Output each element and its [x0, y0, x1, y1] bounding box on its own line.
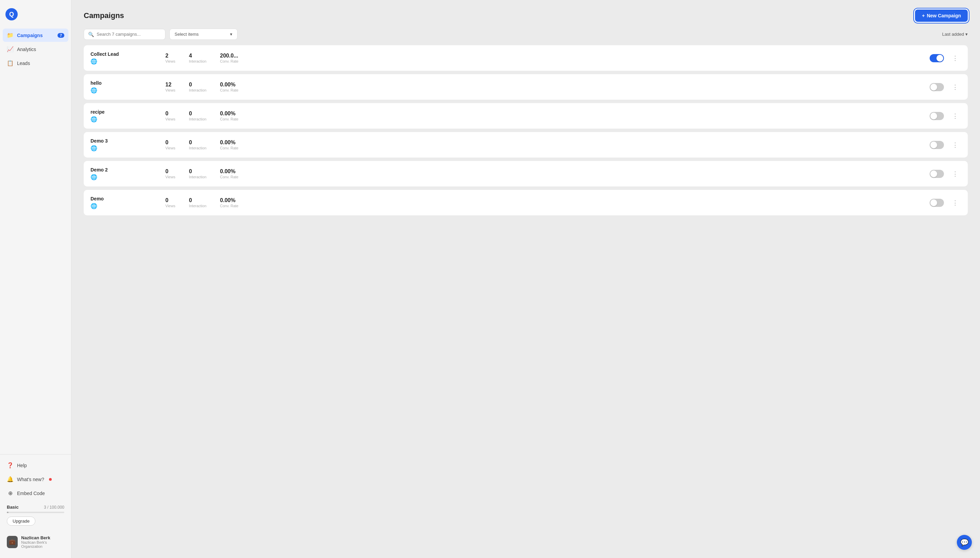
search-icon: 🔍 — [88, 32, 94, 37]
new-campaign-button[interactable]: + New Campaign — [915, 10, 968, 22]
sidebar-item-label: What's new? — [17, 477, 44, 482]
toggle-knob — [930, 141, 937, 148]
conv-rate-value: 0.00% — [220, 197, 235, 204]
sidebar-item-whats-new[interactable]: 🔔 What's new? — [3, 473, 68, 486]
more-options-button[interactable]: ⋮ — [949, 140, 961, 150]
sidebar-bottom: ❓ Help 🔔 What's new? ⊕ Embed Code Basic … — [0, 454, 71, 553]
search-input[interactable] — [97, 32, 161, 37]
conv-rate-label: Conv. Rate — [220, 175, 238, 179]
user-org: Nazlican Berk's Organization — [21, 540, 64, 548]
more-options-button[interactable]: ⋮ — [949, 82, 961, 92]
sidebar-item-label: Leads — [17, 61, 30, 66]
toggle-knob — [930, 84, 937, 90]
search-box[interactable]: 🔍 — [84, 29, 165, 40]
sidebar-item-embed-code[interactable]: ⊕ Embed Code — [3, 487, 68, 500]
campaign-name[interactable]: Demo 3 — [90, 138, 159, 144]
campaign-toggle[interactable] — [930, 83, 944, 91]
user-profile[interactable]: 💼 Nazlican Berk Nazlican Berk's Organiza… — [3, 531, 68, 553]
campaign-name[interactable]: Demo — [90, 196, 159, 202]
toggle-knob — [930, 171, 937, 177]
globe-icon: 🌐 — [90, 203, 159, 209]
more-options-button[interactable]: ⋮ — [949, 169, 961, 179]
campaign-info: Demo 3 🌐 — [90, 138, 159, 151]
campaign-name[interactable]: hello — [90, 80, 159, 86]
more-options-button[interactable]: ⋮ — [949, 111, 961, 121]
campaign-name[interactable]: Demo 2 — [90, 167, 159, 172]
sidebar-item-analytics[interactable]: 📈 Analytics — [3, 43, 68, 56]
views-value: 0 — [165, 140, 168, 146]
campaign-name[interactable]: Collect Lead — [90, 51, 159, 57]
sort-control[interactable]: Last added ▾ — [942, 32, 968, 37]
chat-button[interactable]: 💬 — [957, 535, 972, 550]
views-value: 0 — [165, 111, 168, 117]
campaign-info: recipe 🌐 — [90, 109, 159, 123]
campaign-actions: ⋮ — [930, 198, 961, 208]
help-icon: ❓ — [7, 462, 14, 469]
campaign-name[interactable]: recipe — [90, 109, 159, 115]
user-name: Nazlican Berk — [21, 535, 64, 540]
filter-label: Select items — [174, 32, 199, 37]
interaction-label: Interaction — [189, 146, 206, 150]
interaction-label: Interaction — [189, 175, 206, 179]
sidebar-item-campaigns[interactable]: 📁 Campaigns 7 — [3, 29, 68, 42]
user-info: Nazlican Berk Nazlican Berk's Organizati… — [21, 535, 64, 548]
campaign-toggle[interactable] — [930, 141, 944, 149]
plan-progress-fill — [7, 512, 8, 513]
stat-views: 2 Views — [165, 53, 175, 63]
conv-rate-value: 0.00% — [220, 140, 235, 146]
stat-views: 0 Views — [165, 140, 175, 150]
views-value: 2 — [165, 53, 168, 59]
filter-dropdown[interactable]: Select items ▾ — [169, 29, 238, 40]
stat-interaction: 4 Interaction — [189, 53, 206, 63]
interaction-label: Interaction — [189, 117, 206, 121]
campaign-card: hello 🌐 12 Views 0 Interaction 0.00% Con… — [84, 74, 968, 100]
sidebar-nav: 📁 Campaigns 7 📈 Analytics 📋 Leads — [0, 29, 71, 451]
views-label: Views — [165, 175, 175, 179]
sidebar-item-help[interactable]: ❓ Help — [3, 459, 68, 472]
stat-conv-rate: 200.0... Conv. Rate — [220, 53, 238, 63]
app-logo[interactable]: Q — [5, 8, 18, 20]
campaign-toggle[interactable] — [930, 112, 944, 120]
sidebar-item-label: Embed Code — [17, 491, 45, 496]
more-options-button[interactable]: ⋮ — [949, 53, 961, 63]
upgrade-button[interactable]: Upgrade — [7, 517, 35, 526]
more-options-button[interactable]: ⋮ — [949, 198, 961, 208]
sort-icon: ▾ — [965, 32, 968, 37]
stat-views: 12 Views — [165, 82, 175, 92]
stat-conv-rate: 0.00% Conv. Rate — [220, 111, 238, 121]
stat-views: 0 Views — [165, 111, 175, 121]
plan-section: Basic 3 / 100.000 Upgrade — [3, 501, 68, 528]
toolbar: 🔍 Select items ▾ Last added ▾ — [71, 29, 980, 45]
sidebar-item-leads[interactable]: 📋 Leads — [3, 56, 68, 70]
conv-rate-label: Conv. Rate — [220, 146, 238, 150]
campaign-info: hello 🌐 — [90, 80, 159, 94]
views-label: Views — [165, 88, 175, 92]
campaign-toggle[interactable] — [930, 54, 944, 62]
interaction-value: 0 — [189, 111, 192, 117]
plan-usage: 3 / 100.000 — [44, 505, 64, 510]
plan-progress-bar — [7, 512, 64, 513]
campaign-stats: 2 Views 4 Interaction 200.0... Conv. Rat… — [165, 53, 923, 63]
chat-icon: 💬 — [960, 538, 969, 547]
main-header: Campaigns + New Campaign — [71, 0, 980, 29]
campaign-info: Demo 🌐 — [90, 196, 159, 209]
stat-views: 0 Views — [165, 197, 175, 208]
campaign-toggle[interactable] — [930, 199, 944, 207]
conv-rate-value: 0.00% — [220, 111, 235, 117]
logo-area: Q — [0, 5, 71, 29]
campaign-actions: ⋮ — [930, 111, 961, 121]
campaign-card: Demo 🌐 0 Views 0 Interaction 0.00% Conv.… — [84, 190, 968, 215]
views-value: 0 — [165, 168, 168, 174]
campaign-actions: ⋮ — [930, 140, 961, 150]
views-label: Views — [165, 59, 175, 63]
stat-conv-rate: 0.00% Conv. Rate — [220, 197, 238, 208]
chevron-down-icon: ▾ — [230, 32, 232, 37]
campaigns-badge: 7 — [57, 33, 64, 38]
campaign-info: Collect Lead 🌐 — [90, 51, 159, 65]
campaign-actions: ⋮ — [930, 169, 961, 179]
campaign-toggle[interactable] — [930, 170, 944, 178]
sort-label-text: Last added — [942, 32, 964, 37]
stat-conv-rate: 0.00% Conv. Rate — [220, 82, 238, 92]
campaign-actions: ⋮ — [930, 82, 961, 92]
interaction-label: Interaction — [189, 59, 206, 63]
